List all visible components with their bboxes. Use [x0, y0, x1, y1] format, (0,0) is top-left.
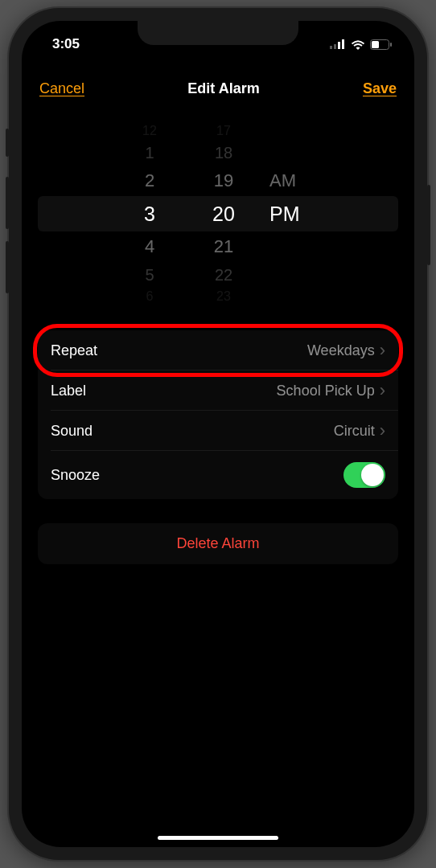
chevron-right-icon: ›	[380, 342, 385, 359]
nav-bar: Cancel Edit Alarm Save	[22, 56, 414, 113]
picker-item[interactable]: 12	[142, 122, 157, 140]
hour-column[interactable]: 12 1 2 3 4 5 6	[121, 122, 178, 305]
picker-item-selected[interactable]: 20	[212, 196, 235, 231]
wifi-icon	[351, 39, 365, 50]
picker-item[interactable]: 1	[145, 140, 154, 166]
svg-rect-2	[338, 42, 340, 49]
status-icons	[330, 39, 392, 50]
save-button[interactable]: Save	[363, 80, 397, 97]
picker-item[interactable]: AM	[269, 166, 296, 196]
snooze-row: Snooze	[38, 451, 398, 499]
row-label: Label	[51, 383, 86, 399]
picker-item[interactable]: 21	[214, 231, 233, 262]
picker-item[interactable]: 23	[216, 288, 231, 305]
picker-item[interactable]: 22	[215, 262, 232, 288]
battery-icon	[370, 39, 392, 50]
settings-list: Repeat Weekdays › Label School Pick Up ›…	[38, 330, 398, 499]
chevron-right-icon: ›	[380, 422, 385, 440]
side-button	[6, 129, 9, 157]
toggle-knob	[361, 464, 384, 486]
svg-rect-5	[372, 41, 379, 48]
row-label: Repeat	[51, 342, 97, 359]
row-value: Circuit	[334, 423, 375, 440]
page-title: Edit Alarm	[187, 80, 259, 97]
picker-item[interactable]: 17	[216, 122, 231, 140]
svg-rect-1	[334, 44, 336, 49]
screen: 3:05	[22, 21, 414, 847]
cancel-button[interactable]: Cancel	[39, 80, 84, 97]
svg-rect-0	[330, 46, 332, 49]
ampm-column[interactable]: AM PM .	[269, 166, 315, 262]
status-time: 3:05	[52, 36, 80, 52]
time-picker[interactable]: 12 1 2 3 4 5 6 17 18 19 20 21 22 23	[38, 121, 398, 306]
side-button	[6, 177, 9, 229]
delete-alarm-button[interactable]: Delete Alarm	[38, 523, 398, 564]
picker-item[interactable]: 4	[145, 231, 154, 262]
picker-item[interactable]: 2	[145, 166, 154, 196]
picker-item-selected[interactable]: PM	[269, 196, 300, 231]
delete-label: Delete Alarm	[176, 535, 259, 551]
row-label: Snooze	[51, 467, 100, 484]
side-button	[6, 241, 9, 293]
picker-item[interactable]: 19	[214, 166, 233, 196]
picker-item[interactable]: 6	[146, 288, 154, 305]
picker-item[interactable]: 5	[145, 262, 154, 288]
home-indicator[interactable]	[158, 836, 278, 840]
picker-item-selected[interactable]: 3	[144, 196, 155, 231]
notch	[138, 21, 298, 45]
phone-frame: 3:05	[9, 8, 427, 860]
sound-row[interactable]: Sound Circuit ›	[38, 411, 398, 451]
minute-column[interactable]: 17 18 19 20 21 22 23	[195, 122, 252, 305]
snooze-toggle[interactable]	[343, 462, 385, 488]
label-row[interactable]: Label School Pick Up ›	[38, 371, 398, 411]
side-button	[427, 185, 430, 265]
cellular-icon	[330, 39, 346, 49]
row-value: School Pick Up	[277, 383, 375, 399]
row-label: Sound	[51, 423, 93, 440]
repeat-row[interactable]: Repeat Weekdays ›	[38, 330, 398, 371]
row-value: Weekdays	[307, 342, 375, 359]
chevron-right-icon: ›	[380, 382, 385, 399]
svg-rect-6	[390, 43, 392, 47]
picker-item[interactable]: 18	[215, 140, 232, 166]
svg-rect-3	[342, 39, 344, 49]
